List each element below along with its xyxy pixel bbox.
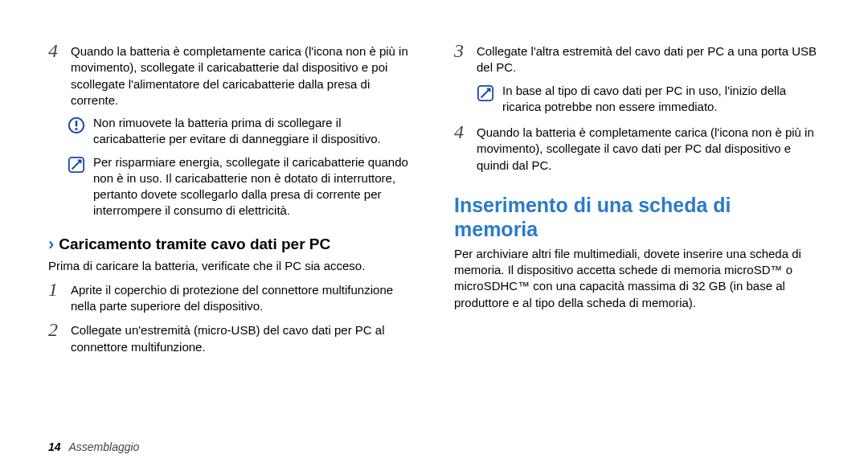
svg-line-4 xyxy=(72,160,81,169)
section-heading: Inserimento di una scheda di memoria xyxy=(454,193,820,241)
step-4-right: 4 Quando la batteria è completamente car… xyxy=(454,121,820,174)
svg-line-6 xyxy=(481,88,490,97)
page-number: 14 xyxy=(48,440,61,453)
step-3: 3 Collegate l'altra estremità del cavo d… xyxy=(454,40,820,76)
step-text: Quando la batteria è completamente caric… xyxy=(477,121,820,174)
warning-text: Non rimuovete la batteria prima di scoll… xyxy=(93,115,414,148)
note-icon xyxy=(68,156,85,174)
subheading-charging-pc: › Caricamento tramite cavo dati per PC xyxy=(48,234,414,255)
intro-text: Prima di caricare la batteria, verificat… xyxy=(48,258,414,274)
tip-text: In base al tipo di cavo dati per PC in u… xyxy=(502,83,820,116)
tip-text: Per risparmiare energia, scollegate il c… xyxy=(93,154,414,219)
footer-section: Assemblaggio xyxy=(68,440,139,453)
tip-note-right: In base al tipo di cavo dati per PC in u… xyxy=(477,83,820,116)
subheading-text: Caricamento tramite cavo dati per PC xyxy=(59,236,330,253)
warning-icon xyxy=(68,117,85,134)
step-1: 1 Aprite il coperchio di protezione del … xyxy=(48,279,414,315)
step-text: Aprite il coperchio di protezione del co… xyxy=(71,279,414,315)
right-column: 3 Collegate l'altra estremità del cavo d… xyxy=(454,40,820,360)
chevron-icon: › xyxy=(48,234,54,255)
step-number: 2 xyxy=(48,319,71,355)
step-text: Quando la batteria è completamente caric… xyxy=(71,40,414,109)
step-2: 2 Collegate un'estremità (micro-USB) del… xyxy=(48,319,414,355)
left-column: 4 Quando la batteria è completamente car… xyxy=(48,40,414,360)
page-columns: 4 Quando la batteria è completamente car… xyxy=(48,40,820,360)
step-number: 4 xyxy=(48,40,71,109)
warning-note: Non rimuovete la batteria prima di scoll… xyxy=(68,115,414,148)
step-text: Collegate l'altra estremità del cavo dat… xyxy=(477,40,820,76)
step-number: 4 xyxy=(454,121,477,174)
note-icon xyxy=(477,84,494,102)
step-text: Collegate un'estremità (micro-USB) del c… xyxy=(71,319,414,355)
page-footer: 14 Assemblaggio xyxy=(48,440,139,453)
section-body: Per archiviare altri file multimediali, … xyxy=(454,246,820,311)
step-number: 3 xyxy=(454,40,477,76)
tip-note-left: Per risparmiare energia, scollegate il c… xyxy=(68,154,414,219)
step-4-left: 4 Quando la batteria è completamente car… xyxy=(48,40,414,109)
step-number: 1 xyxy=(48,279,71,315)
svg-point-2 xyxy=(75,128,77,130)
svg-rect-1 xyxy=(76,121,78,126)
